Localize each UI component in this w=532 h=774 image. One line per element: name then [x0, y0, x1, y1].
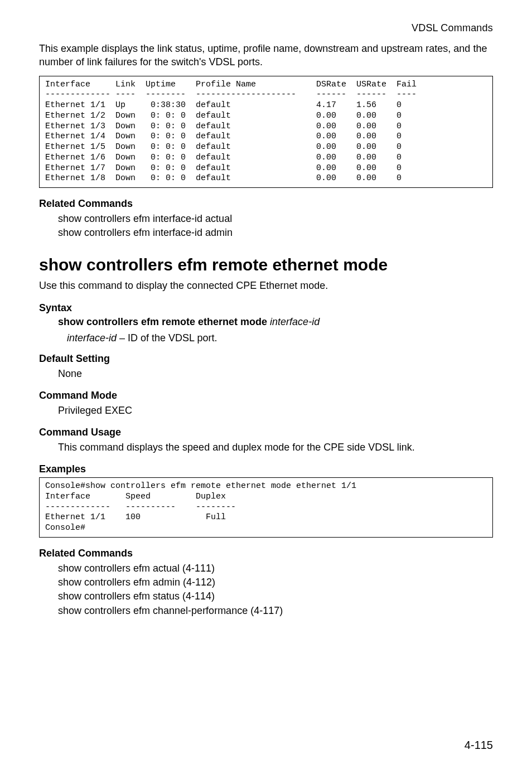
related-commands-heading-2: Related Commands [39, 548, 493, 559]
syntax-heading: Syntax [39, 302, 493, 314]
section-header: VDSL Commands [39, 22, 493, 34]
examples-heading: Examples [39, 463, 493, 475]
param-text: – ID of the VDSL port. [117, 332, 217, 344]
intro-paragraph: This example displays the link status, u… [39, 42, 493, 69]
table-row: Ethernet 1/6 Down 0: 0: 0 default 0.00 0… [45, 153, 402, 162]
status-table-codebox: Interface Link Uptime Profile Name DSRat… [39, 76, 493, 188]
example-line: Console# [45, 523, 85, 533]
command-description: Use this command to display the connecte… [39, 279, 493, 293]
related-command-item: show controllers efm status (4-114) [58, 589, 493, 603]
syntax-param: interface-id [270, 316, 320, 327]
table-row: Ethernet 1/4 Down 0: 0: 0 default 0.00 0… [45, 132, 402, 141]
example-line: ------------- ---------- -------- [45, 502, 236, 512]
related-command-item: show controllers efm interface-id admin [58, 226, 493, 240]
table-row: Ethernet 1/5 Down 0: 0: 0 default 0.00 0… [45, 142, 402, 152]
command-mode-value: Privileged EXEC [39, 404, 493, 418]
table-row: Ethernet 1/7 Down 0: 0: 0 default 0.00 0… [45, 163, 402, 173]
example-codebox: Console#show controllers efm remote ethe… [39, 477, 493, 538]
page-number: 4-115 [465, 739, 493, 752]
syntax-command-text: show controllers efm remote ethernet mod… [58, 316, 270, 327]
command-title: show controllers efm remote ethernet mod… [39, 255, 493, 274]
default-setting-heading: Default Setting [39, 353, 493, 365]
example-line: Interface Speed Duplex [45, 492, 226, 501]
syntax-line: show controllers efm remote ethernet mod… [39, 316, 493, 328]
default-setting-value: None [39, 367, 493, 381]
command-usage-text: This command displays the speed and dupl… [39, 441, 493, 454]
table-row: Ethernet 1/3 Down 0: 0: 0 default 0.00 0… [45, 122, 402, 131]
table-header-row: Interface Link Uptime Profile Name DSRat… [45, 80, 417, 89]
example-line: Console#show controllers efm remote ethe… [45, 481, 356, 491]
related-commands-heading: Related Commands [39, 198, 493, 210]
command-usage-heading: Command Usage [39, 427, 493, 438]
related-command-item: show controllers efm channel-performance… [58, 604, 493, 618]
command-mode-heading: Command Mode [39, 390, 493, 401]
table-row: Ethernet 1/8 Down 0: 0: 0 default 0.00 0… [45, 173, 402, 183]
table-row: Ethernet 1/1 Up 0:38:30 default 4.17 1.5… [45, 100, 402, 110]
table-sep-row: ------------- ---- -------- ------------… [45, 90, 417, 99]
param-name: interface-id [67, 332, 117, 344]
related-command-item: show controllers efm interface-id actual [58, 212, 493, 226]
page-container: VDSL Commands This example displays the … [0, 0, 532, 774]
related-commands-list: show controllers efm interface-id actual… [39, 212, 493, 240]
table-row: Ethernet 1/2 Down 0: 0: 0 default 0.00 0… [45, 111, 402, 120]
related-command-item: show controllers efm actual (4-111) [58, 562, 493, 575]
syntax-param-desc: interface-id – ID of the VDSL port. [39, 332, 493, 344]
example-line: Ethernet 1/1 100 Full [45, 512, 226, 522]
related-commands-list-2: show controllers efm actual (4-111) show… [39, 562, 493, 618]
related-command-item: show controllers efm admin (4-112) [58, 575, 493, 589]
